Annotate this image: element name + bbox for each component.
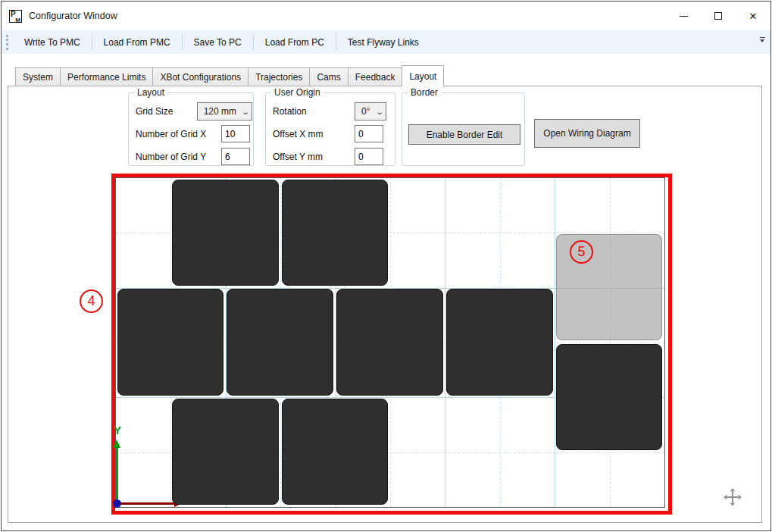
app-logo-icon: P M xyxy=(9,10,22,23)
tab-system[interactable]: System xyxy=(15,67,60,86)
grid-y-label: Number of Grid Y xyxy=(136,152,206,162)
xbot-tile[interactable] xyxy=(556,344,663,451)
y-axis-arrow xyxy=(116,447,118,504)
rotation-dropdown[interactable]: 0° ⌄ xyxy=(355,102,386,120)
rotation-value: 0° xyxy=(355,106,377,117)
toolbar: Write To PMC Load From PMC Save To PC Lo… xyxy=(2,30,770,54)
offset-y-label: Offset Y mm xyxy=(273,152,323,162)
minimize-button[interactable] xyxy=(666,2,701,30)
load-from-pc-button[interactable]: Load From PC xyxy=(255,34,334,51)
save-to-pc-button[interactable]: Save To PC xyxy=(184,34,252,51)
tab-layout[interactable]: Layout xyxy=(402,65,444,86)
x-axis-arrow xyxy=(117,502,175,505)
border-groupbox: Border Enable Border Edit xyxy=(402,92,525,166)
origin-point-icon xyxy=(113,499,121,508)
window-title: Configurator Window xyxy=(29,11,117,21)
annotation-circle-4: 4 xyxy=(80,289,103,313)
tab-xbot-configurations[interactable]: XBot Configurations xyxy=(152,67,248,86)
xbot-tile[interactable] xyxy=(172,180,279,286)
chevron-down-icon: ⌄ xyxy=(241,108,249,116)
title-bar: P M Configurator Window ✕ xyxy=(2,2,770,30)
xbot-tile[interactable] xyxy=(282,399,389,505)
xbot-tile[interactable] xyxy=(336,289,443,396)
toolbar-separator xyxy=(182,34,183,50)
xbot-tile[interactable] xyxy=(446,289,553,396)
write-to-pmc-button[interactable]: Write To PMC xyxy=(14,34,90,51)
pan-move-icon[interactable] xyxy=(724,488,742,506)
tab-performance-limits[interactable]: Performance Limits xyxy=(60,67,152,86)
xbot-tile[interactable] xyxy=(117,289,224,396)
close-button[interactable]: ✕ xyxy=(736,2,770,30)
user-origin-groupbox: User Origin Rotation 0° ⌄ Offset X mm Of… xyxy=(265,92,395,166)
grid-line-vertical xyxy=(445,178,445,507)
tab-feedback[interactable]: Feedback xyxy=(348,67,402,86)
xbot-tile[interactable] xyxy=(227,289,333,396)
grid-y-input[interactable] xyxy=(221,148,250,165)
y-axis-arrowhead-icon xyxy=(113,440,120,448)
layout-group-title: Layout xyxy=(134,87,167,98)
configurator-window: P M Configurator Window ✕ Write To PMC L… xyxy=(1,1,771,531)
tab-trajectories[interactable]: Trajectories xyxy=(248,67,309,86)
layout-groupbox: Layout Grid Size 120 mm ⌄ Number of Grid… xyxy=(128,92,254,166)
toolbar-overflow-icon[interactable] xyxy=(758,37,766,42)
enable-border-edit-button[interactable]: Enable Border Edit xyxy=(408,124,520,145)
maximize-button[interactable] xyxy=(701,2,736,30)
layout-tab-content: Layout Grid Size 120 mm ⌄ Number of Grid… xyxy=(8,86,762,523)
close-icon: ✕ xyxy=(749,11,758,22)
tab-cams[interactable]: Cams xyxy=(309,67,347,86)
open-wiring-diagram-button[interactable]: Open Wiring Diagram xyxy=(534,119,640,148)
window-controls: ✕ xyxy=(666,2,770,30)
border-group-title: Border xyxy=(408,87,441,98)
user-origin-group-title: User Origin xyxy=(271,87,323,98)
grid-x-label: Number of Grid X xyxy=(136,129,206,139)
toolbar-separator xyxy=(253,34,254,50)
grid-size-value: 120 mm xyxy=(198,106,242,117)
grid-size-dropdown[interactable]: 120 mm ⌄ xyxy=(197,102,252,120)
grid-size-label: Grid Size xyxy=(136,106,173,117)
offset-x-label: Offset X mm xyxy=(273,129,323,139)
toolbar-separator xyxy=(336,34,336,50)
toolbar-grip-handle[interactable] xyxy=(6,35,8,50)
maximize-icon xyxy=(714,12,722,20)
test-flyway-links-button[interactable]: Test Flyway Links xyxy=(338,34,429,51)
layout-canvas[interactable]: Y X xyxy=(115,177,665,508)
grid-x-input[interactable] xyxy=(221,125,250,142)
minimize-icon xyxy=(680,16,688,17)
app-logo-letter-m: M xyxy=(15,17,20,23)
annotation-circle-5: 5 xyxy=(570,240,593,264)
offset-y-input[interactable] xyxy=(355,148,383,165)
y-axis-label: Y xyxy=(114,424,121,437)
grid-line-vertical xyxy=(555,178,555,507)
xbot-tile[interactable] xyxy=(172,399,279,505)
rotation-label: Rotation xyxy=(273,106,307,117)
toolbar-separator xyxy=(92,34,92,50)
load-from-pmc-button[interactable]: Load From PMC xyxy=(94,34,180,51)
tab-bar: System Performance Limits XBot Configura… xyxy=(15,65,444,86)
grid-line-vertical xyxy=(610,178,611,507)
xbot-tile[interactable] xyxy=(282,180,389,286)
chevron-down-icon: ⌄ xyxy=(375,108,383,116)
offset-x-input[interactable] xyxy=(355,125,383,142)
flyway-border-outline[interactable]: Y X xyxy=(111,174,672,515)
